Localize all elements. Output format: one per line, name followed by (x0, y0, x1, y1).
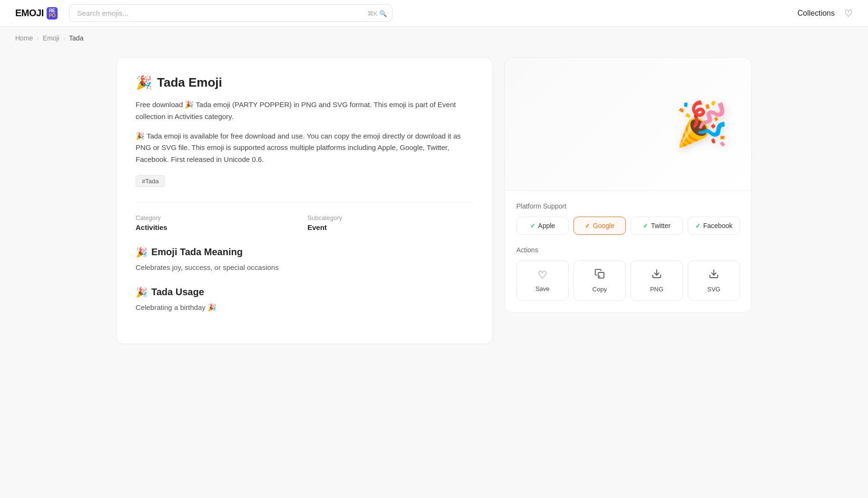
svg-label: SVG (707, 286, 720, 293)
platform-twitter[interactable]: ✓ Twitter (631, 217, 683, 235)
apple-check: ✓ (530, 222, 535, 229)
facebook-label: Facebook (703, 222, 732, 229)
left-card: 🎉 Tada Emoji Free download 🎉 Tada emoji … (116, 57, 493, 344)
emoji-preview-area: 🎉 (505, 58, 751, 191)
platform-support-label: Platform Support (516, 202, 740, 210)
category-value: Activities (136, 223, 302, 231)
category-block: Category Activities (136, 214, 302, 231)
platform-google[interactable]: ✓ Google (573, 217, 626, 235)
subcategory-block: Subcategory Event (307, 214, 473, 231)
usage-icon: 🎉 (136, 287, 148, 298)
usage-text: Celebrating a birthday 🎉 (136, 302, 473, 313)
platform-apple[interactable]: ✓ Apple (516, 217, 569, 235)
svg-download-icon (709, 269, 719, 282)
header-right: Collections ♡ (798, 8, 853, 19)
breadcrumb-sep-2: › (63, 35, 65, 42)
save-icon: ♡ (538, 269, 547, 281)
actions-section: Actions ♡ Save Copy (505, 246, 751, 312)
twitter-check: ✓ (643, 222, 648, 229)
google-check: ✓ (585, 222, 590, 229)
subcategory-value: Event (307, 223, 473, 231)
category-label: Category (136, 214, 302, 221)
copy-icon (594, 269, 605, 282)
action-buttons: ♡ Save Copy (516, 260, 740, 301)
title-text: Tada Emoji (157, 75, 222, 90)
emoji-preview: 🎉 (675, 99, 729, 149)
svg-rect-0 (598, 272, 604, 278)
emoji-title: 🎉 Tada Emoji (136, 75, 473, 90)
logo-badge: RE PO (47, 7, 58, 20)
platform-facebook[interactable]: ✓ Facebook (688, 217, 740, 235)
logo[interactable]: EMOJI RE PO (15, 7, 58, 20)
right-card: 🎉 Platform Support ✓ Apple ✓ Google ✓ Tw… (504, 57, 752, 313)
actions-label: Actions (516, 246, 740, 254)
copy-label: Copy (592, 286, 607, 293)
png-download-icon (651, 269, 662, 282)
description-2: 🎉 Tada emoji is available for free downl… (136, 130, 473, 166)
header: EMOJI RE PO ⌘K 🔍 Collections ♡ (0, 0, 868, 27)
main-content: 🎉 Tada Emoji Free download 🎉 Tada emoji … (101, 50, 767, 363)
breadcrumb: Home › Emoji › Tada (0, 27, 868, 50)
platform-buttons: ✓ Apple ✓ Google ✓ Twitter ✓ Facebook (516, 217, 740, 235)
description-1: Free download 🎉 Tada emoji (PARTY POPPER… (136, 99, 473, 123)
meaning-icon: 🎉 (136, 247, 148, 258)
platform-section: Platform Support ✓ Apple ✓ Google ✓ Twit… (505, 191, 751, 235)
logo-re: RE (49, 9, 55, 13)
shortcut-key: ⌘K (367, 10, 378, 17)
collections-link[interactable]: Collections (798, 9, 835, 18)
png-button[interactable]: PNG (631, 260, 683, 301)
save-label: Save (535, 285, 550, 292)
usage-title: 🎉 Tada Usage (136, 287, 473, 298)
twitter-label: Twitter (651, 222, 671, 229)
search-shortcut: ⌘K 🔍 (367, 10, 387, 17)
breadcrumb-emoji[interactable]: Emoji (43, 34, 59, 42)
png-label: PNG (650, 286, 663, 293)
heart-icon[interactable]: ♡ (844, 8, 853, 19)
copy-button[interactable]: Copy (573, 260, 626, 301)
save-button[interactable]: ♡ Save (516, 260, 569, 301)
apple-label: Apple (538, 222, 555, 229)
facebook-check: ✓ (695, 222, 700, 229)
meaning-title: 🎉 Emoji Tada Meaning (136, 247, 473, 258)
meaning-text: Celebrates joy, success, or special occa… (136, 262, 473, 273)
subcategory-label: Subcategory (307, 214, 473, 221)
meaning-section: 🎉 Emoji Tada Meaning Celebrates joy, suc… (136, 247, 473, 273)
breadcrumb-current: Tada (69, 34, 83, 42)
meta-section: Category Activities Subcategory Event (136, 202, 473, 231)
svg-button[interactable]: SVG (688, 260, 740, 301)
usage-section: 🎉 Tada Usage Celebrating a birthday 🎉 (136, 287, 473, 313)
google-label: Google (593, 222, 614, 229)
breadcrumb-sep-1: › (37, 35, 39, 42)
logo-text: EMOJI (15, 8, 44, 19)
title-emoji-icon: 🎉 (136, 75, 152, 90)
tag[interactable]: #Tada (136, 175, 165, 187)
search-bar: ⌘K 🔍 (69, 4, 393, 22)
logo-po: PO (49, 13, 55, 18)
breadcrumb-home[interactable]: Home (15, 34, 33, 42)
search-icon: 🔍 (379, 10, 387, 17)
search-input[interactable] (69, 4, 393, 22)
